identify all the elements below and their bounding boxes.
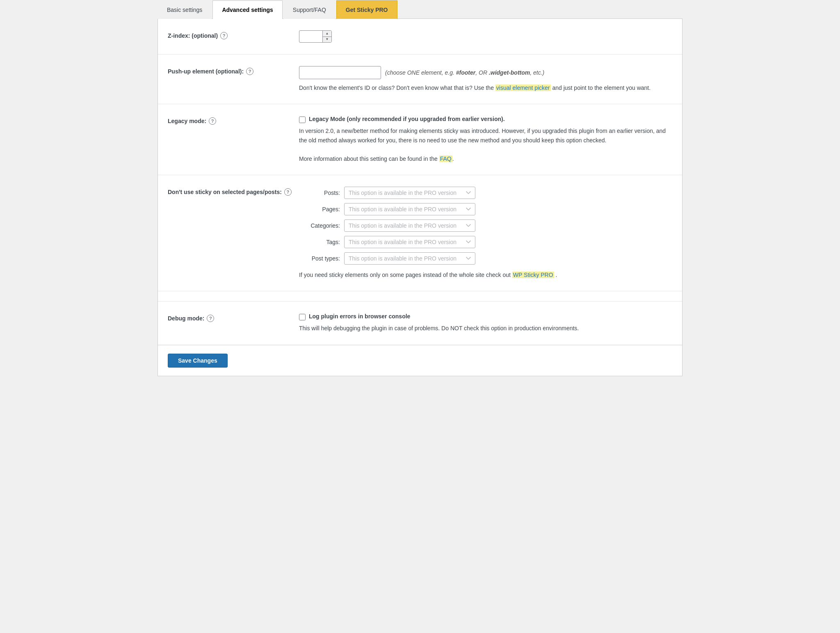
- spinner-down[interactable]: ▼: [323, 37, 331, 43]
- spacer: [158, 291, 682, 302]
- tab-advanced[interactable]: Advanced settings: [212, 0, 282, 19]
- legacy-row: Legacy mode: ? Legacy Mode (only recomme…: [158, 104, 682, 175]
- legacy-content: Legacy Mode (only recommended if you upg…: [299, 116, 672, 163]
- debug-description: This will help debugging the plugin in c…: [299, 324, 672, 333]
- categories-select[interactable]: This option is available in the PRO vers…: [344, 219, 475, 232]
- debug-checkbox-row: Log plugin errors in browser console: [299, 313, 672, 320]
- pro-note: If you need sticky elements only on some…: [299, 270, 672, 279]
- tags-label: Tags:: [299, 239, 340, 245]
- sticky-pages-row: Don't use sticky on selected pages/posts…: [158, 175, 682, 291]
- pages-select-row: Pages: This option is available in the P…: [299, 203, 672, 215]
- zindex-help-icon[interactable]: ?: [220, 32, 228, 39]
- legacy-help-icon[interactable]: ?: [209, 117, 216, 125]
- legacy-checkbox[interactable]: [299, 117, 306, 123]
- categories-label: Categories:: [299, 222, 340, 229]
- debug-row: Debug mode: ? Log plugin errors in brows…: [158, 302, 682, 345]
- pushup-desc: Don't know the element's ID or class? Do…: [299, 83, 672, 92]
- sticky-pages-content: Posts: This option is available in the P…: [299, 187, 672, 279]
- zindex-label: Z-index: (optional) ?: [168, 30, 299, 39]
- tags-select-row: Tags: This option is available in the PR…: [299, 236, 672, 248]
- tags-select[interactable]: This option is available in the PRO vers…: [344, 236, 475, 248]
- tab-get-pro[interactable]: Get Sticky PRO: [336, 0, 397, 19]
- sticky-pages-help-icon[interactable]: ?: [284, 188, 292, 196]
- pages-label: Pages:: [299, 206, 340, 213]
- pushup-label: Push-up element (optional): ?: [168, 66, 299, 75]
- debug-label: Debug mode: ?: [168, 313, 299, 322]
- tab-basic[interactable]: Basic settings: [158, 0, 212, 19]
- spinner-arrows: ▲ ▼: [322, 31, 331, 42]
- visual-element-picker-link[interactable]: visual element picker: [495, 85, 551, 91]
- categories-select-row: Categories: This option is available in …: [299, 219, 672, 232]
- pushup-row: Push-up element (optional): ? (choose ON…: [158, 55, 682, 104]
- zindex-row: Z-index: (optional) ? ▲ ▼: [158, 19, 682, 55]
- save-bar: Save Changes: [158, 345, 682, 376]
- pro-selects: Posts: This option is available in the P…: [299, 187, 672, 265]
- faq-link[interactable]: FAQ: [439, 155, 452, 162]
- spinner-up[interactable]: ▲: [323, 31, 331, 37]
- save-changes-button[interactable]: Save Changes: [168, 354, 228, 368]
- tab-support[interactable]: Support/FAQ: [283, 0, 336, 19]
- settings-content: Z-index: (optional) ? ▲ ▼ Push-up elemen…: [158, 19, 682, 376]
- pushup-help-icon[interactable]: ?: [246, 68, 253, 75]
- debug-help-icon[interactable]: ?: [207, 315, 214, 322]
- post-types-select[interactable]: This option is available in the PRO vers…: [344, 252, 475, 265]
- zindex-content: ▲ ▼: [299, 30, 672, 43]
- pushup-input-row: (choose ONE element, e.g. #footer, OR .w…: [299, 66, 672, 79]
- zindex-spinner: ▲ ▼: [299, 30, 332, 43]
- pushup-content: (choose ONE element, e.g. #footer, OR .w…: [299, 66, 672, 92]
- post-types-label: Post types:: [299, 255, 340, 262]
- posts-label: Posts:: [299, 190, 340, 196]
- legacy-checkbox-row: Legacy Mode (only recommended if you upg…: [299, 116, 672, 123]
- legacy-label: Legacy mode: ?: [168, 116, 299, 125]
- posts-select-row: Posts: This option is available in the P…: [299, 187, 672, 199]
- debug-checkbox[interactable]: [299, 314, 306, 320]
- debug-checkbox-label[interactable]: Log plugin errors in browser console: [309, 313, 410, 320]
- tabs-bar: Basic settings Advanced settings Support…: [158, 0, 682, 19]
- wp-sticky-pro-link[interactable]: WP Sticky PRO: [512, 272, 554, 278]
- debug-content: Log plugin errors in browser console Thi…: [299, 313, 672, 333]
- pushup-hint: (choose ONE element, e.g. #footer, OR .w…: [385, 69, 544, 76]
- posts-select[interactable]: This option is available in the PRO vers…: [344, 187, 475, 199]
- sticky-pages-label: Don't use sticky on selected pages/posts…: [168, 187, 299, 196]
- post-types-select-row: Post types: This option is available in …: [299, 252, 672, 265]
- legacy-checkbox-label[interactable]: Legacy Mode (only recommended if you upg…: [309, 116, 505, 122]
- legacy-description: In version 2.0, a new/better method for …: [299, 126, 672, 163]
- pushup-input[interactable]: [299, 66, 381, 79]
- pages-select[interactable]: This option is available in the PRO vers…: [344, 203, 475, 215]
- page-wrapper: Basic settings Advanced settings Support…: [158, 0, 682, 376]
